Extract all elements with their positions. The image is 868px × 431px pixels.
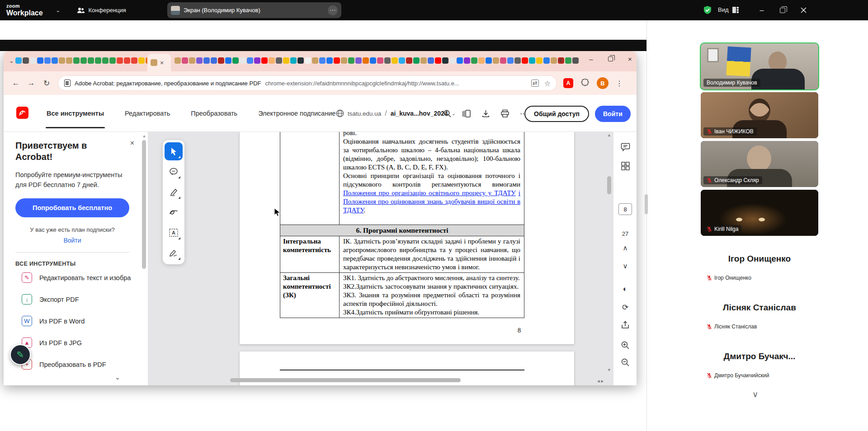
sidebar-tool-item[interactable]: + Преобразовать в PDF bbox=[22, 354, 148, 375]
tab-favicon[interactable] bbox=[247, 57, 253, 64]
tab-favicon[interactable] bbox=[551, 57, 557, 64]
tab-favicon[interactable] bbox=[240, 57, 246, 64]
breadcrumb-filename[interactable]: ai_kuva...hov_2024 bbox=[391, 110, 448, 117]
tab-favicon[interactable] bbox=[15, 57, 22, 64]
tab-favicon[interactable] bbox=[384, 57, 391, 64]
more-participants-chevron-icon[interactable]: ∨ bbox=[752, 389, 758, 399]
tab-favicon[interactable] bbox=[522, 57, 528, 64]
tab-group-2[interactable] bbox=[175, 57, 579, 64]
comments-panel-icon[interactable] bbox=[613, 143, 637, 151]
scrollbar-thumb[interactable] bbox=[142, 140, 146, 269]
tab-favicon[interactable] bbox=[536, 57, 542, 64]
scrollbar-thumb[interactable] bbox=[230, 378, 461, 382]
acrobat-extension-icon[interactable]: A bbox=[563, 78, 573, 88]
scroll-up-icon[interactable]: ▲ bbox=[142, 134, 147, 138]
add-comment-tool-button[interactable] bbox=[165, 163, 183, 181]
browser-close-button[interactable]: × bbox=[620, 51, 637, 66]
tab-favicon[interactable] bbox=[95, 57, 101, 64]
tab-favicon[interactable] bbox=[269, 57, 275, 64]
tab-meeting[interactable]: Конференция bbox=[77, 7, 126, 14]
bookmark-star-icon[interactable]: ☆ bbox=[544, 79, 551, 88]
page-thumbnails-icon[interactable] bbox=[613, 162, 637, 170]
tab-favicon[interactable] bbox=[232, 57, 239, 64]
tab-favicon[interactable] bbox=[131, 57, 137, 64]
view-button[interactable]: Вид bbox=[718, 6, 739, 13]
tab-favicon[interactable] bbox=[457, 57, 463, 64]
sidebar-tool-item[interactable]: W Из PDF в Word bbox=[22, 310, 148, 332]
tab-favicon[interactable] bbox=[80, 57, 87, 64]
browser-restore-button[interactable] bbox=[601, 51, 620, 66]
tab-favicon[interactable] bbox=[225, 57, 231, 64]
current-page-input[interactable]: 8 bbox=[618, 203, 632, 215]
tab-favicon[interactable] bbox=[392, 57, 398, 64]
sidebar-tool-item[interactable]: ↓ Экспорт PDF bbox=[22, 289, 148, 310]
scrollbar-thumb[interactable] bbox=[607, 176, 611, 194]
tab-favicon[interactable] bbox=[543, 57, 550, 64]
tab-favicon[interactable] bbox=[59, 57, 65, 64]
tab-favicon[interactable] bbox=[73, 57, 80, 64]
tab-favicon[interactable] bbox=[117, 57, 123, 64]
participant-tile[interactable]: Олександр Скляр bbox=[701, 141, 818, 187]
tab-favicon[interactable] bbox=[66, 57, 72, 64]
restore-button[interactable] bbox=[772, 0, 793, 20]
sidebar-tool-item[interactable]: ✎ Редактировать текст и изобра bbox=[22, 267, 148, 289]
horizontal-scrollbar[interactable] bbox=[151, 378, 595, 383]
tab-all-tools[interactable]: Все инструменты bbox=[47, 95, 104, 132]
tab-favicon[interactable] bbox=[88, 57, 94, 64]
reload-icon[interactable]: ↻ bbox=[39, 79, 54, 88]
participant-tile[interactable]: Іван ЧИЖИКОВ bbox=[701, 92, 818, 138]
tab-favicon[interactable] bbox=[102, 57, 108, 64]
tab-favicon[interactable] bbox=[449, 57, 456, 64]
tab-favicon[interactable] bbox=[211, 57, 217, 64]
breadcrumb-domain[interactable]: tsatu.edu.ua bbox=[348, 110, 381, 117]
tab-favicon[interactable] bbox=[406, 57, 412, 64]
share-button[interactable]: Общий доступ bbox=[524, 106, 589, 122]
close-icon[interactable]: × bbox=[130, 139, 134, 147]
tab-convert[interactable]: Преобразовать bbox=[191, 95, 237, 132]
tab-favicon[interactable] bbox=[348, 57, 354, 64]
tab-favicon[interactable] bbox=[529, 57, 535, 64]
participant-tile[interactable]: Лісняк Станіслав Лісняк Станіслав bbox=[701, 287, 818, 333]
tab-favicon[interactable] bbox=[500, 57, 506, 64]
display-theme-icon[interactable]: ◐ bbox=[613, 285, 637, 294]
tab-favicon[interactable] bbox=[341, 57, 347, 64]
fill-sign-tool-button[interactable] bbox=[165, 244, 183, 262]
download-icon[interactable] bbox=[481, 109, 490, 118]
tab-favicon[interactable] bbox=[420, 57, 427, 64]
tab-favicon[interactable] bbox=[196, 57, 203, 64]
select-tool-button[interactable] bbox=[165, 142, 183, 160]
participant-tile[interactable]: Ігор Онищенко Ігор Онищенко bbox=[701, 239, 818, 285]
tab-favicon[interactable] bbox=[175, 57, 181, 64]
scroll-down-icon[interactable]: ▼ bbox=[606, 368, 612, 372]
tab-favicon[interactable] bbox=[203, 57, 210, 64]
signin-button[interactable]: Войти bbox=[595, 106, 631, 122]
browser-minimize-button[interactable]: – bbox=[581, 51, 601, 66]
tab-favicon[interactable] bbox=[182, 57, 188, 64]
pdf-hyperlink[interactable]: Положення про організацію освітнього про… bbox=[343, 189, 516, 197]
tab-favicon[interactable] bbox=[565, 57, 571, 64]
tab-favicon[interactable] bbox=[305, 57, 311, 64]
back-icon[interactable]: ← bbox=[8, 79, 24, 88]
previous-page-icon[interactable]: ∧ bbox=[613, 244, 637, 252]
panel-collapse-chevron-icon[interactable]: ⌄ bbox=[115, 374, 120, 381]
tab-favicon[interactable] bbox=[109, 57, 116, 64]
tab-favicon[interactable] bbox=[297, 57, 304, 64]
chevron-down-icon[interactable]: ⌄ bbox=[56, 7, 61, 14]
try-free-button[interactable]: Попробовать бесплатно bbox=[15, 198, 129, 217]
signin-link[interactable]: Войти bbox=[15, 237, 129, 244]
tab-favicon[interactable] bbox=[334, 57, 340, 64]
tab-favicon[interactable] bbox=[442, 57, 448, 64]
horizontal-scroll-arrows-icon[interactable]: ◂▸ bbox=[597, 378, 605, 384]
draw-tool-button[interactable] bbox=[165, 203, 183, 221]
tab-favicon[interactable] bbox=[370, 57, 376, 64]
tab-favicon[interactable] bbox=[413, 57, 420, 64]
tab-favicon[interactable] bbox=[283, 57, 289, 64]
highlight-tool-button[interactable] bbox=[165, 183, 183, 201]
tab-favicon[interactable] bbox=[319, 57, 326, 64]
tab-favicon[interactable] bbox=[23, 57, 29, 64]
participant-tile[interactable]: Володимир Кувачов bbox=[701, 43, 818, 89]
tab-favicon[interactable] bbox=[124, 57, 130, 64]
tab-favicon[interactable] bbox=[428, 57, 434, 64]
organize-pages-icon[interactable] bbox=[462, 109, 471, 118]
tab-edit[interactable]: Редактировать bbox=[125, 95, 170, 132]
